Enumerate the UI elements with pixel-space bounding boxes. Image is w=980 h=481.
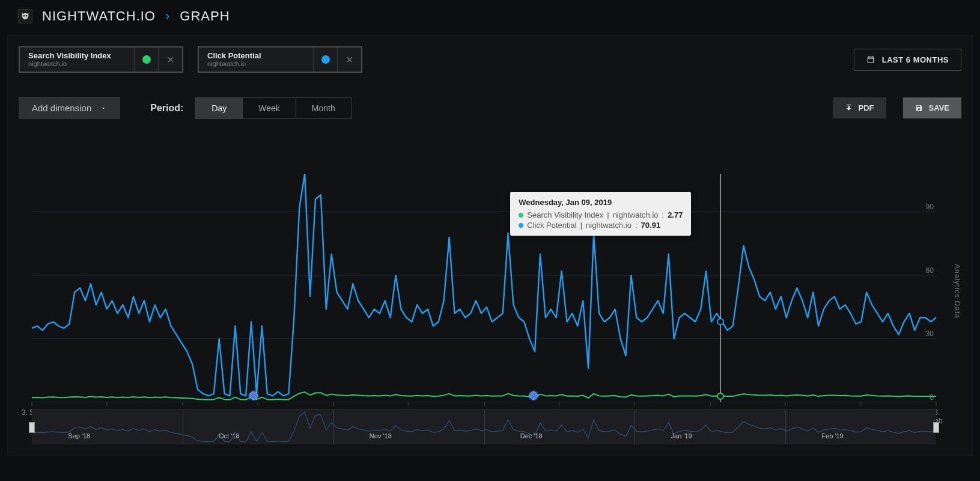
navigator-month-label: Dec '18 <box>520 432 543 440</box>
navigator-month-label: Oct '18 <box>219 432 240 440</box>
download-icon <box>845 104 853 112</box>
date-range-button[interactable]: LAST 6 MONTHS <box>854 49 961 71</box>
close-icon[interactable]: ✕ <box>158 47 182 72</box>
svg-text:30: 30 <box>926 329 934 338</box>
period-week[interactable]: Week <box>243 98 296 118</box>
svg-text:60: 60 <box>926 266 934 275</box>
chart-tooltip: Wednesday, Jan 09, 2019 Search Visibilit… <box>510 192 691 236</box>
navigator-month-label: Sep '18 <box>68 432 90 440</box>
period-segmented-control: Day Week Month <box>195 97 351 119</box>
chip-color-swatch[interactable] <box>134 47 158 72</box>
breadcrumb: NIGHTWATCH.IO › GRAPH <box>0 0 980 35</box>
add-dimension-button[interactable]: Add dimension <box>19 97 120 119</box>
chip-color-swatch[interactable] <box>313 47 337 72</box>
period-month[interactable]: Month <box>296 98 351 118</box>
save-icon <box>915 104 923 112</box>
calendar-icon <box>866 55 875 64</box>
date-range-label: LAST 6 MONTHS <box>882 55 949 64</box>
svg-text:0: 0 <box>930 393 934 402</box>
navigator-month-label: Nov '18 <box>370 432 392 440</box>
chip-title: Search Visibility Index <box>28 51 126 60</box>
chip-title: Click Potential <box>207 51 305 60</box>
chevron-down-icon <box>100 105 107 112</box>
legend-dot-icon <box>519 223 523 228</box>
dimension-chip-visibility[interactable]: Search Visibility Index nightwatch.io ✕ <box>19 46 183 73</box>
navigator-handle-right[interactable] <box>933 422 939 433</box>
chip-sub: nightwatch.io <box>28 60 126 68</box>
graph-panel: Search Visibility Index nightwatch.io ✕ … <box>7 35 973 456</box>
chart-navigator[interactable]: Sep '18Oct '18Nov '18Dec '18Jan '19Feb '… <box>32 409 936 444</box>
export-pdf-button[interactable]: PDF <box>833 97 886 118</box>
chart-marker-visibility <box>717 393 724 400</box>
chart-crosshair <box>720 174 721 402</box>
chevron-right-icon: › <box>165 8 170 24</box>
y-axis-label: Analytics Data <box>953 264 961 319</box>
owl-icon <box>20 11 30 21</box>
navigator-month-label: Jan '19 <box>671 432 692 440</box>
chip-sub: nightwatch.io <box>207 60 305 68</box>
period-label: Period: <box>150 103 183 114</box>
navigator-month-label: Feb '19 <box>821 432 843 440</box>
dimension-chip-click-potential[interactable]: Click Potential nightwatch.io ✕ <box>198 46 362 73</box>
save-button[interactable]: SAVE <box>903 97 961 118</box>
legend-dot-icon <box>519 213 523 218</box>
tooltip-date: Wednesday, Jan 09, 2019 <box>519 198 683 207</box>
svg-text:90: 90 <box>926 203 934 211</box>
main-chart[interactable]: 0306090 <box>32 174 936 402</box>
breadcrumb-site[interactable]: NIGHTWATCH.IO <box>42 8 156 24</box>
breadcrumb-page: GRAPH <box>180 8 230 24</box>
app-logo[interactable] <box>18 9 32 23</box>
period-day[interactable]: Day <box>196 98 243 118</box>
close-icon[interactable]: ✕ <box>337 47 361 72</box>
navigator-handle-left[interactable] <box>29 422 35 433</box>
